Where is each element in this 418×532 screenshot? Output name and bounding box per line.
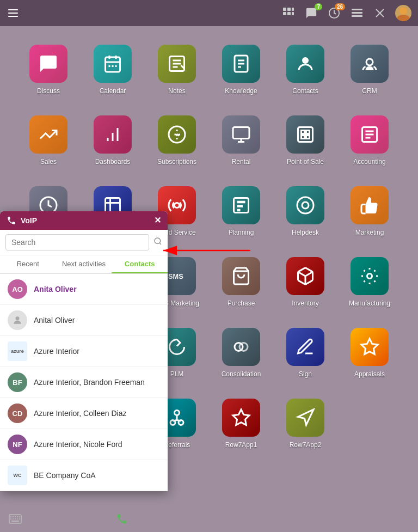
voip-search-bar — [0, 230, 168, 255]
svg-rect-12 — [352, 15, 362, 17]
contact-name: Azure Interior, Nicole Ford — [34, 440, 122, 449]
voip-phone-icon — [7, 216, 16, 225]
svg-point-34 — [366, 59, 373, 65]
voip-header: VoIP ✕ — [0, 211, 168, 230]
app-icon-crm — [351, 45, 389, 83]
app-item-row7app1[interactable]: Row7App1 — [214, 399, 268, 449]
app-icon-subscriptions — [158, 115, 196, 154]
voip-close-button[interactable]: ✕ — [154, 216, 161, 225]
svg-point-74 — [155, 238, 161, 244]
clock-badge: 26 — [335, 3, 345, 10]
voip-search-input[interactable] — [5, 234, 149, 250]
chat-badge: 7 — [315, 3, 322, 10]
svg-rect-21 — [109, 65, 110, 67]
app-label: Calendar — [100, 87, 126, 95]
voip-contact-item[interactable]: Anital Oliver — [0, 305, 168, 336]
close-icon[interactable] — [372, 5, 388, 21]
app-item-manufacturing[interactable]: Manufacturing — [342, 257, 397, 307]
contact-avatar: AO — [8, 279, 27, 299]
svg-marker-73 — [233, 409, 249, 425]
app-icon-appraisals — [351, 328, 389, 366]
svg-rect-1 — [8, 13, 18, 14]
app-icon-inventory — [286, 257, 324, 295]
voip-contact-item[interactable]: BF Azure Interior, Brandon Freeman — [0, 367, 168, 398]
svg-rect-38 — [302, 131, 305, 134]
voip-contact-item[interactable]: NF Azure Interior, Nicole Ford — [0, 429, 168, 460]
app-item-accounting[interactable]: Accounting — [342, 115, 397, 166]
app-icon-notes — [158, 45, 196, 83]
user-avatar[interactable] — [395, 5, 411, 21]
app-icon-manufacturing — [351, 257, 389, 295]
app-item-calendar[interactable]: Calendar — [85, 45, 140, 95]
app-icon-accounting — [351, 115, 389, 154]
phone-grid-icon[interactable] — [281, 5, 296, 21]
app-label: Dashboards — [95, 158, 131, 166]
voip-tab-recent[interactable]: Recent — [0, 255, 56, 273]
contact-name: Anita Oliver — [34, 285, 77, 293]
svg-rect-7 — [287, 12, 291, 15]
svg-rect-8 — [292, 12, 294, 15]
app-icon-purchase — [222, 257, 260, 295]
app-item-marketing[interactable]: Marketing — [342, 186, 397, 236]
svg-point-58 — [367, 274, 372, 279]
app-item-appraisals[interactable]: Appraisals — [342, 328, 397, 378]
app-item-row7app2[interactable]: Row7App2 — [278, 399, 333, 449]
app-item-consolidation[interactable]: Consolidation — [214, 328, 268, 378]
contact-avatar: BF — [8, 372, 27, 392]
app-icon-row7app2 — [286, 399, 324, 437]
contact-name: Azure Interior, Colleen Diaz — [34, 409, 126, 418]
app-item-dashboards[interactable]: Dashboards — [85, 115, 140, 166]
contact-name: BE Company CoA — [34, 471, 96, 480]
top-bar: 7 26 — [0, 0, 418, 26]
app-label: Planning — [229, 229, 254, 236]
app-item-point-of-sale[interactable]: Point of Sale — [278, 115, 333, 166]
voip-contact-item[interactable]: WC BE Company CoA — [0, 460, 168, 491]
voip-contact-item[interactable]: CD Azure Interior, Colleen Diaz — [0, 398, 168, 429]
voip-title: VoIP — [21, 216, 37, 225]
contact-avatar-placeholder — [8, 310, 27, 330]
chat-icon[interactable]: 7 — [304, 5, 319, 21]
app-item-discuss[interactable]: Discuss — [21, 45, 76, 95]
keyboard-icon[interactable] — [5, 509, 25, 529]
app-item-knowledge[interactable]: Knowledge — [214, 45, 268, 95]
voip-search-icon[interactable] — [153, 237, 162, 248]
svg-point-53 — [302, 202, 309, 209]
app-label: Sales — [40, 158, 57, 166]
app-item-planning[interactable]: Planning — [214, 186, 268, 236]
voip-tab-contacts[interactable]: Contacts — [112, 255, 168, 273]
app-item-purchase[interactable]: Purchase — [214, 257, 268, 307]
app-item-sales[interactable]: Sales — [21, 115, 76, 166]
app-item-rental[interactable]: Rental — [214, 115, 268, 166]
app-item-notes[interactable]: Notes — [150, 45, 204, 95]
app-icon-point-of-sale — [286, 115, 324, 154]
svg-rect-5 — [292, 8, 294, 11]
svg-rect-40 — [302, 136, 305, 139]
app-icon-contacts — [286, 45, 324, 83]
app-item-crm[interactable]: CRM — [342, 45, 397, 95]
menu-toggle-button[interactable] — [7, 7, 20, 20]
app-item-contacts[interactable]: Contacts — [278, 45, 333, 95]
phone-call-icon[interactable] — [112, 509, 132, 529]
bottom-icons-bar — [0, 506, 418, 532]
svg-rect-22 — [112, 65, 114, 67]
svg-rect-36 — [233, 127, 249, 139]
voip-tab-next-activities[interactable]: Next activities — [56, 255, 112, 273]
app-item-helpdesk[interactable]: Helpdesk — [278, 186, 333, 236]
clock-icon[interactable]: 26 — [327, 5, 342, 21]
app-label: Manufacturing — [349, 299, 390, 307]
app-icon-dashboards — [94, 115, 132, 154]
voip-panel: VoIP ✕ RecentNext activitiesContacts AO … — [0, 211, 168, 491]
app-item-sign[interactable]: Sign — [278, 328, 333, 378]
contact-avatar: NF — [8, 435, 27, 454]
svg-rect-0 — [8, 9, 18, 10]
list-icon[interactable] — [349, 5, 365, 21]
svg-rect-6 — [283, 12, 286, 15]
svg-rect-17 — [106, 57, 120, 72]
app-item-inventory[interactable]: Inventory — [278, 257, 333, 307]
voip-contact-item[interactable]: AO Anita Oliver — [0, 274, 168, 305]
app-item-subscriptions[interactable]: Subscriptions — [150, 115, 204, 166]
voip-contact-item[interactable]: azure Azure Interior — [0, 336, 168, 367]
svg-point-76 — [16, 316, 20, 320]
app-icon-knowledge — [222, 45, 260, 83]
app-label: Sign — [299, 370, 312, 378]
